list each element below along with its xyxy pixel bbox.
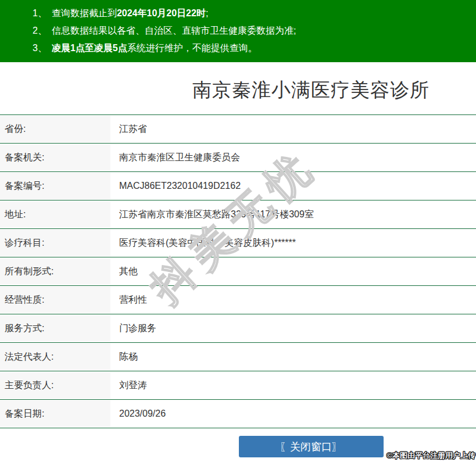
row-legal-representative: 法定代表人: 陈杨 (0, 343, 476, 371)
row-service-mode: 服务方式: 门诊服务 (0, 314, 476, 343)
row-value: 江苏省南京市秦淮区莫愁路329号117号楼309室 (110, 200, 476, 228)
page-viewport: 1、查询数据截止到2024年10月20日22时; 2、信息数据结果以各省、自治区… (0, 0, 476, 462)
row-value: 南京市秦淮区卫生健康委员会 (110, 144, 476, 171)
notice-number: 3、 (33, 43, 47, 53)
record-table: 省份: 江苏省 备案机关: 南京市秦淮区卫生健康委员会 备案编号: MACJ86… (0, 114, 476, 428)
row-province: 省份: 江苏省 (0, 115, 476, 144)
notice-text: 系统进行维护，不能提供查询。 (127, 43, 257, 53)
row-treatment-subjects: 诊疗科目: 医疗美容科(美容中医科，美容皮肤科)****** (0, 229, 476, 257)
notice-number: 1、 (33, 8, 47, 18)
row-value: 医疗美容科(美容中医科，美容皮肤科)****** (110, 229, 476, 257)
notice-text: 信息数据结果以各省、自治区、直辖市卫生健康委数据为准; (52, 26, 296, 35)
notice-text-bold: 2024年10月20日22时 (117, 8, 206, 18)
row-label: 经营性质: (0, 286, 110, 313)
row-label: 备案机关: (0, 144, 110, 171)
page-title: 南京秦淮小满医疗美容诊所 (0, 78, 476, 102)
row-label: 备案编号: (0, 173, 110, 199)
row-registration-number: 备案编号: MACJ86ET232010419D2162 (0, 172, 476, 200)
notice-text: ; (206, 8, 208, 18)
uploader-attribution: ©本图由平台注册用户上传 (386, 450, 475, 461)
row-ownership-type: 所有制形式: 其他 (0, 257, 476, 286)
row-filing-date: 备案日期: 2023/09/26 (0, 400, 476, 428)
notice-line-2: 2、信息数据结果以各省、自治区、直辖市卫生健康委数据为准; (0, 22, 476, 40)
row-value: 2023/09/26 (110, 400, 476, 428)
row-label: 诊疗科目: (0, 230, 110, 256)
page-content: 1、查询数据截止到2024年10月20日22时; 2、信息数据结果以各省、自治区… (0, 0, 476, 457)
row-value: 刘登涛 (110, 371, 476, 399)
row-label: 地址: (0, 201, 110, 228)
row-value: 陈杨 (110, 343, 476, 371)
row-label: 所有制形式: (0, 258, 110, 285)
notice-text: 查询数据截止到 (52, 8, 117, 18)
row-business-nature: 经营性质: 营利性 (0, 286, 476, 314)
row-label: 备案日期: (0, 400, 110, 427)
notice-line-1: 1、查询数据截止到2024年10月20日22时; (0, 5, 476, 22)
notice-number: 2、 (33, 26, 47, 35)
close-window-button[interactable]: 〖关闭窗口〗 (239, 436, 384, 457)
row-address: 地址: 江苏省南京市秦淮区莫愁路329号117号楼309室 (0, 200, 476, 229)
row-principal: 主要负责人: 刘登涛 (0, 371, 476, 400)
row-value: 江苏省 (110, 115, 476, 143)
row-label: 主要负责人: (0, 372, 110, 399)
row-label: 服务方式: (0, 315, 110, 342)
row-value: 其他 (110, 257, 476, 285)
notice-line-3: 3、凌晨1点至凌晨5点系统进行维护，不能提供查询。 (0, 40, 476, 57)
row-value: 营利性 (110, 286, 476, 314)
row-value: 门诊服务 (110, 314, 476, 342)
row-registration-authority: 备案机关: 南京市秦淮区卫生健康委员会 (0, 144, 476, 172)
row-label: 省份: (0, 116, 110, 142)
row-label: 法定代表人: (0, 343, 110, 370)
row-value: MACJ86ET232010419D2162 (110, 172, 476, 200)
notice-text-bold: 凌晨1点至凌晨5点 (52, 43, 127, 53)
notice-header: 1、查询数据截止到2024年10月20日22时; 2、信息数据结果以各省、自治区… (0, 0, 476, 62)
